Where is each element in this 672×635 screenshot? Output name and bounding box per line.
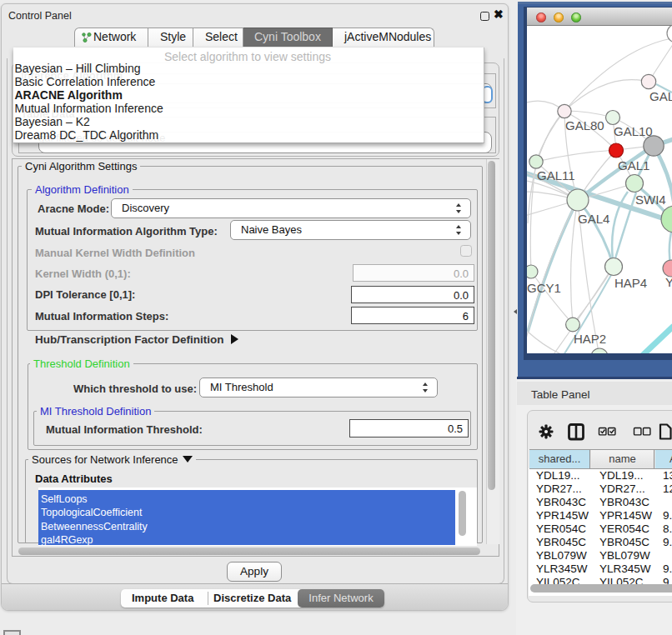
svg-text:GCY1: GCY1 (527, 281, 561, 295)
svg-text:GAL80: GAL80 (565, 118, 604, 132)
svg-text:HAP2: HAP2 (574, 332, 606, 346)
svg-text:GAL11: GAL11 (537, 168, 575, 182)
svg-text:GAL10: GAL10 (614, 124, 653, 138)
svg-text:GAL2: GAL2 (649, 89, 672, 103)
svg-text:SWI4: SWI4 (635, 192, 666, 207)
svg-text:GAL4: GAL4 (578, 212, 609, 226)
svg-text:HAP4: HAP4 (614, 276, 647, 290)
svg-text:GAL1: GAL1 (618, 158, 649, 172)
svg-text:Y: Y (665, 275, 672, 289)
